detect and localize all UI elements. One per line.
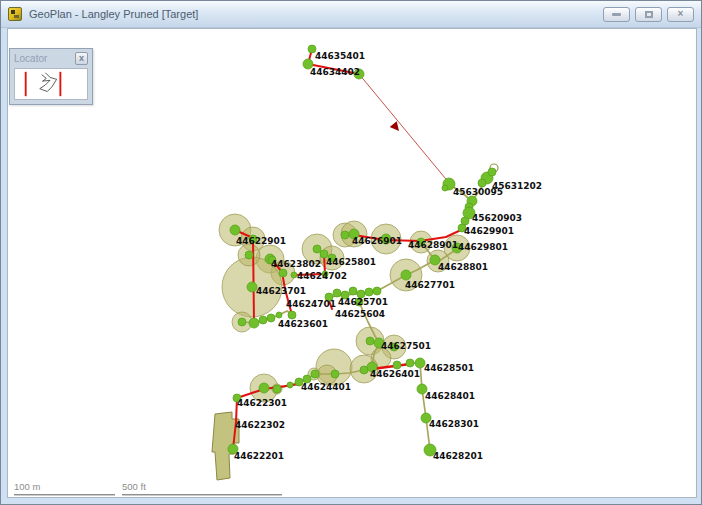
node-label: 44624401: [301, 382, 351, 392]
node-label: 44628401: [425, 391, 475, 401]
geoplan-app-icon: [8, 7, 22, 21]
scalebar-imperial-label: 500 ft: [122, 481, 282, 492]
scalebar-metric-bar: [14, 494, 115, 496]
node-label: 44635401: [315, 51, 365, 61]
network-node[interactable]: [333, 289, 341, 297]
node-label: 44628501: [424, 363, 474, 373]
geoplan-map-canvas[interactable]: 4463540144634402456300954563120245620903…: [8, 29, 698, 499]
locator-minimap[interactable]: [14, 68, 88, 100]
network-node[interactable]: [276, 312, 282, 318]
network-node[interactable]: [393, 361, 401, 369]
minimize-icon: [612, 13, 621, 16]
network-node[interactable]: [259, 383, 269, 393]
node-label: 44622901: [236, 236, 286, 246]
geoplan-window: GeoPlan - Langley Pruned [Target] × 4463…: [0, 0, 702, 505]
network-node[interactable]: [331, 370, 339, 378]
network-node[interactable]: [478, 179, 486, 187]
scalebar-metric: 100 m: [14, 481, 115, 496]
node-label: 44622302: [235, 420, 285, 430]
network-node[interactable]: [406, 359, 414, 367]
node-label: 44629801: [458, 242, 508, 252]
locator-panel[interactable]: Locator x: [9, 48, 93, 105]
node-label: 45631202: [492, 181, 542, 191]
locator-network-sketch: [40, 73, 57, 92]
node-label: 44625701: [338, 297, 388, 307]
restore-icon: [645, 11, 653, 18]
node-label: 44627501: [381, 341, 431, 351]
close-button[interactable]: ×: [667, 7, 694, 22]
network-node[interactable]: [288, 311, 296, 319]
scalebar-metric-label: 100 m: [14, 481, 115, 492]
node-label: 44623601: [278, 319, 328, 329]
network-node[interactable]: [311, 370, 319, 378]
network-node[interactable]: [373, 287, 381, 295]
node-label: 44622201: [234, 451, 284, 461]
restore-button[interactable]: [635, 7, 662, 22]
node-label: 44625801: [326, 257, 376, 267]
close-icon: ×: [678, 9, 684, 19]
scalebar-imperial: 500 ft: [122, 481, 282, 496]
node-label: 44628301: [429, 419, 479, 429]
locator-header[interactable]: Locator x: [10, 49, 92, 68]
locator-close-button[interactable]: x: [75, 52, 88, 65]
network-node[interactable]: [267, 314, 275, 322]
node-label: 44624702: [297, 271, 347, 281]
network-node[interactable]: [365, 288, 373, 296]
node-label: 44628201: [433, 451, 483, 461]
locator-title: Locator: [14, 53, 47, 64]
pipe-selected[interactable]: [359, 74, 450, 184]
node-label: 44623802: [271, 259, 321, 269]
node-label: 45620903: [472, 213, 522, 223]
network-node[interactable]: [488, 168, 496, 176]
network-node[interactable]: [401, 270, 411, 280]
pipe-link[interactable]: [420, 363, 430, 450]
network-node[interactable]: [273, 385, 281, 393]
network-node[interactable]: [313, 245, 321, 253]
node-label: 44622301: [237, 398, 287, 408]
network-node[interactable]: [442, 185, 448, 191]
network-node[interactable]: [349, 287, 357, 295]
map-viewport[interactable]: 4463540144634402456300954563120245620903…: [7, 28, 697, 498]
node-label: 44634402: [310, 67, 360, 77]
node-label: 44626901: [352, 236, 402, 246]
node-label: 44628901: [408, 240, 458, 250]
network-node[interactable]: [245, 251, 253, 259]
network-node[interactable]: [230, 225, 240, 235]
node-label: 44625604: [335, 309, 385, 319]
network-node[interactable]: [259, 316, 267, 324]
window-title: GeoPlan - Langley Pruned [Target]: [29, 8, 198, 20]
node-label: 44628801: [438, 262, 488, 272]
network-node[interactable]: [279, 269, 287, 277]
network-node[interactable]: [249, 318, 259, 328]
network-node[interactable]: [341, 231, 349, 239]
network-node[interactable]: [238, 318, 246, 326]
title-bar[interactable]: GeoPlan - Langley Pruned [Target] ×: [1, 1, 701, 28]
network-node[interactable]: [366, 337, 374, 345]
node-label: 44627701: [405, 280, 455, 290]
node-label: 44623701: [256, 286, 306, 296]
window-controls: ×: [603, 7, 694, 22]
pipe-selected[interactable]: [253, 238, 254, 323]
node-label: 44626401: [370, 369, 420, 379]
locator-minimap-canvas: [15, 69, 87, 99]
network-node[interactable]: [287, 382, 293, 388]
node-label: 44629901: [464, 226, 514, 236]
scalebar-imperial-bar: [122, 494, 282, 496]
minimize-button[interactable]: [603, 7, 630, 22]
node-label: 44624701: [286, 299, 336, 309]
flow-direction-arrow: [390, 121, 399, 131]
